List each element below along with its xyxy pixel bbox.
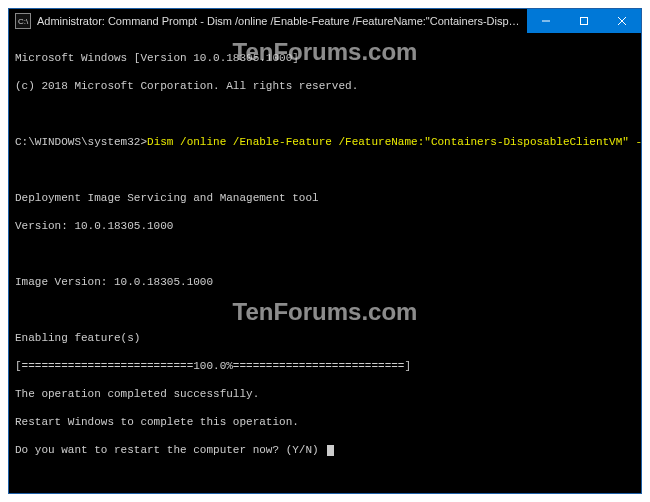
- tool-line: Deployment Image Servicing and Managemen…: [15, 191, 635, 205]
- tool-version-line: Version: 10.0.18305.1000: [15, 219, 635, 233]
- titlebar[interactable]: C:\ Administrator: Command Prompt - Dism…: [9, 9, 641, 33]
- cmd-window-enable: C:\ Administrator: Command Prompt - Dism…: [8, 8, 642, 494]
- restart-prompt-line: Do you want to restart the computer now?…: [15, 443, 635, 457]
- copyright-line: (c) 2018 Microsoft Corporation. All righ…: [15, 79, 635, 93]
- restart-msg-line: Restart Windows to complete this operati…: [15, 415, 635, 429]
- action-line: Enabling feature(s): [15, 331, 635, 345]
- progress-bar: [==========================100.0%=======…: [15, 359, 635, 373]
- minimize-button[interactable]: [527, 9, 565, 33]
- success-line: The operation completed successfully.: [15, 387, 635, 401]
- terminal-output[interactable]: Microsoft Windows [Version 10.0.18305.10…: [9, 33, 641, 493]
- window-buttons: [527, 9, 641, 33]
- image-version-line: Image Version: 10.0.18305.1000: [15, 275, 635, 289]
- command-line: C:\WINDOWS\system32>Dism /online /Enable…: [15, 135, 635, 149]
- cursor-icon: [327, 445, 334, 456]
- svg-rect-1: [581, 18, 588, 25]
- maximize-button[interactable]: [565, 9, 603, 33]
- version-line: Microsoft Windows [Version 10.0.18305.10…: [15, 51, 635, 65]
- command-text: Dism /online /Enable-Feature /FeatureNam…: [147, 136, 641, 148]
- close-button[interactable]: [603, 9, 641, 33]
- cmd-icon: C:\: [15, 13, 31, 29]
- prompt-text: C:\WINDOWS\system32>: [15, 136, 147, 148]
- window-title: Administrator: Command Prompt - Dism /on…: [37, 15, 527, 27]
